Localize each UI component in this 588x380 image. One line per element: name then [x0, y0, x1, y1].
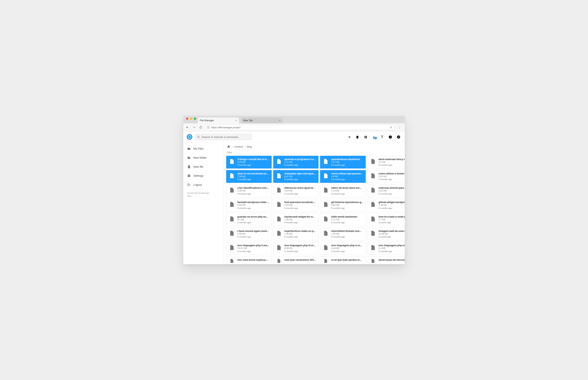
file-name: intermittent-threads.mar... [331, 230, 363, 232]
select-all-button[interactable] [396, 135, 401, 139]
file-card[interactable]: como-utilizar-api-passwo... 4.8 KB 8 mon… [320, 170, 366, 183]
file-size: 7.7 KB [378, 218, 405, 221]
file-card[interactable]: 3-things-i-would-like-to-b... 3.29 KB 8 … [226, 156, 272, 169]
file-name: atom-extensao-fancy-ne... [378, 158, 405, 161]
file-date: 8 months ago [285, 235, 316, 239]
app-toolbar: Search or execute a command... 6 [183, 132, 405, 143]
file-name: chamadas-ajax-com-jque... [285, 172, 316, 175]
minimize-window-button[interactable] [190, 117, 192, 120]
file-size: 2.03 KB [378, 189, 405, 192]
browser-tab[interactable]: New Tab× [241, 117, 283, 123]
file-name: diferencas-entre-igual-id... [285, 187, 316, 189]
file-card[interactable]: atom-extensao-fancy-ne... 1.5 KB 8 month… [367, 156, 405, 169]
sidebar-item-settings[interactable]: Settings [183, 171, 223, 180]
tab-title: New Tab [243, 119, 253, 122]
delete-button[interactable] [355, 135, 360, 139]
newfile-icon [187, 165, 191, 169]
file-card[interactable]: listagem-web-de-uma-ta... 10.06 KB a mon… [367, 228, 405, 240]
sidebar-item-newfile[interactable]: New file [183, 162, 223, 171]
move-button[interactable] [346, 135, 352, 139]
file-card[interactable]: diferencas-entre-igual-id... 3.59 KB 8 m… [273, 184, 319, 197]
download-badge: 6 [374, 137, 377, 139]
file-name: mvc-linguagem-php-iii.m... [285, 244, 316, 247]
file-card[interactable]: o-rei-que-tudo-perdeu.m... [320, 256, 366, 264]
file-card[interactable]: editor-de-texto-atom-ext... 2.14 KB 8 mo… [320, 184, 366, 197]
file-card[interactable]: i-have-moved-again.mark... 1.88 KB 8 mon… [226, 228, 272, 240]
file-icon [276, 259, 282, 264]
file-icon [229, 259, 235, 264]
file-size: 1.37 KB [331, 161, 363, 164]
nav-back-button[interactable] [185, 126, 190, 129]
file-card[interactable]: how-to-create-a-node-js-... 7.7 KB a mon… [367, 213, 405, 226]
file-card[interactable]: imperfections-make-us-p... 1.84 KB 8 mon… [273, 228, 319, 240]
nav-forward-button[interactable] [192, 126, 196, 129]
file-card[interactable]: mvc-uma-breve-explicac... [226, 256, 272, 264]
file-name: mvc-linguagem-php-ii.ma... [237, 244, 269, 247]
close-tab-icon[interactable]: × [279, 119, 281, 122]
file-card[interactable]: mvc-linguagem-php-iv.m... 8.43 KB 8 mont… [320, 242, 366, 255]
footer-help-link[interactable]: Help [187, 195, 219, 198]
file-card[interactable]: new-year-resolutions-201... [273, 256, 319, 264]
file-card[interactable]: chamadas-ajax-com-jque... 8.47 KB 8 mont… [273, 170, 319, 183]
close-tab-icon[interactable]: × [235, 119, 237, 122]
sidebar-item-myfiles[interactable]: My Files [183, 144, 223, 153]
file-name: font-awesome-excelente-... [285, 201, 316, 204]
browser-menu-button[interactable]: ⋮ [397, 125, 403, 130]
home-icon[interactable] [227, 145, 230, 148]
file-card[interactable]: git-historia-repositorios-g... 5.09 KB 8… [320, 199, 366, 211]
download-button[interactable]: 6 [371, 135, 376, 139]
file-icon [229, 230, 235, 238]
file-date: 8 months ago [378, 164, 405, 167]
search-placeholder: Search or execute a command... [202, 135, 240, 138]
sidebar-item-label: Settings [194, 174, 203, 177]
sidebar-item-newfolder[interactable]: New folder [183, 153, 223, 162]
file-card[interactable]: criar-identificadores-unic... 3.36 KB 8 … [226, 184, 272, 197]
file-card[interactable]: como-utilizar-o-bower-u... 2.87 KB 3 mon… [367, 170, 405, 183]
file-icon [229, 172, 235, 180]
file-date: 8 months ago [237, 207, 269, 210]
file-icon [276, 158, 282, 166]
breadcrumb-segment[interactable]: content [234, 145, 243, 148]
sidebar-item-label: Logout [194, 183, 202, 186]
file-icon [323, 187, 329, 194]
file-card[interactable]: github-widget-wordpress.... 2.36 KB 8 mo… [367, 199, 405, 211]
breadcrumb-segment[interactable]: blog [247, 145, 252, 148]
file-card[interactable]: farewell-wordpress-hello-... 3.55 KB 8 m… [226, 199, 272, 211]
file-card[interactable]: observacao-de-microrga... [367, 256, 405, 264]
folder-icon [187, 147, 191, 151]
file-card[interactable]: mvc-linguagem-php.mar... 6.4 KB 8 months… [367, 242, 405, 255]
check-circle-icon [397, 135, 400, 139]
browser-tab[interactable]: File Manager× [198, 117, 239, 123]
file-card[interactable]: font-awesome-excelente-... 3.29 KB 8 mon… [273, 199, 319, 211]
file-card[interactable]: atom-io-um-excelente-ed... 2.59 KB 8 mon… [226, 170, 272, 183]
file-card[interactable]: guardar-os-erros-php-nu... 4.1 KB 8 mont… [226, 213, 272, 226]
file-size: 8.43 KB [331, 247, 363, 250]
search-input[interactable]: Search or execute a command... [195, 133, 252, 140]
file-name: mvc-uma-breve-explicac... [237, 259, 269, 261]
view-list-button[interactable] [363, 135, 368, 139]
bookmark-star-icon[interactable] [390, 126, 392, 129]
file-name: aprenda-a-programar-o-e... [285, 158, 316, 161]
file-card[interactable]: apresentacao.markdown 1.37 KB 8 months a… [320, 156, 366, 169]
sidebar-item-label: New file [194, 165, 203, 168]
file-name: imperfections-make-us-p... [285, 230, 316, 232]
file-card[interactable]: hello-world.markdown 3.11 KB 8 months ag… [320, 213, 366, 226]
file-card[interactable]: mvc-linguagem-php-ii.ma... 13.22 KB 8 mo… [226, 242, 272, 255]
file-size: 1.84 KB [285, 232, 316, 236]
file-name: i-have-moved-again.mark... [237, 230, 269, 232]
upload-button[interactable] [379, 135, 385, 139]
file-card[interactable]: mvc-linguagem-php-iii.m... 8.59 KB 8 mon… [273, 242, 319, 255]
file-card[interactable]: intermittent-threads.mar... 1.01 KB 8 mo… [320, 228, 366, 240]
address-bar[interactable]: https://filemanager.project [205, 125, 394, 130]
file-name: how-to-create-a-node-js-... [378, 215, 405, 218]
sidebar-item-logout[interactable]: Logout [183, 180, 223, 189]
maximize-window-button[interactable] [194, 117, 196, 120]
file-size: 6.4 KB [378, 247, 405, 250]
file-card[interactable]: extensao-emmet-para-ed... 2.03 KB 8 mont… [367, 184, 405, 197]
info-button[interactable] [388, 135, 393, 139]
app-logo[interactable] [187, 134, 192, 140]
file-card[interactable]: hackerrank-widget-for-w... 1.85 KB 8 mon… [273, 213, 319, 226]
nav-reload-button[interactable] [198, 126, 203, 129]
close-window-button[interactable] [186, 117, 188, 120]
file-card[interactable]: aprenda-a-programar-o-e... 1.11 KB 8 mon… [273, 156, 319, 169]
